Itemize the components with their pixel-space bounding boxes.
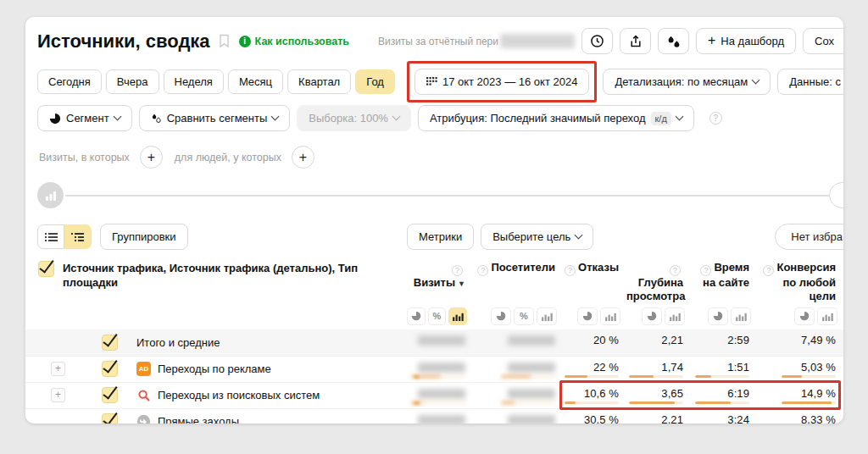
bar-toggle-button[interactable]: [731, 307, 751, 325]
value-cell: 5,03 %: [757, 357, 843, 382]
how-to-use-link[interactable]: i Как использовать: [239, 36, 349, 47]
data-mode-dropdown[interactable]: Данные: с роботами: [777, 69, 843, 95]
bar-toggle-button[interactable]: [817, 307, 837, 325]
table-row: +Переходы из поисковых систем10,6 %3,656…: [25, 382, 843, 408]
redacted-value: [418, 363, 465, 373]
segments-button[interactable]: [658, 28, 689, 54]
metric-value: 6:19: [727, 387, 749, 400]
help-icon[interactable]: ?: [709, 112, 722, 125]
groupings-button[interactable]: Группировки: [100, 224, 188, 250]
metric-value: 22 %: [593, 361, 619, 374]
column-toggles-6: [757, 303, 843, 329]
pie-toggle-button[interactable]: [642, 307, 662, 325]
period-tab-сегодня[interactable]: Сегодня: [37, 69, 102, 94]
period-tab-вчера[interactable]: Вчера: [106, 69, 159, 94]
pct-toggle-button[interactable]: %: [514, 307, 534, 325]
dimension-header: Источник трафика, Источник трафика (дета…: [25, 256, 407, 303]
column-toggles-2: %: [473, 303, 563, 329]
metric-value: 2,21: [661, 413, 683, 424]
no-favorites-button[interactable]: Нет избра: [775, 224, 843, 250]
chart-strip: По: [37, 182, 843, 208]
column-toggles-1: %: [407, 303, 473, 329]
column-header-4[interactable]: ?Глубина просмотра: [626, 256, 691, 303]
list-view-button[interactable]: [37, 224, 64, 249]
column-header-2[interactable]: ?Посетители: [473, 256, 563, 303]
row-name-cell: +ADПереходы по рекламе: [25, 357, 407, 382]
redacted-value: [508, 363, 555, 373]
add-people-filter-button[interactable]: +: [292, 146, 314, 169]
row-label: Прямые заходы: [158, 415, 239, 424]
metric-bar: [782, 401, 836, 404]
bar-toggle-button[interactable]: [600, 307, 620, 325]
pie-toggle-button[interactable]: [794, 307, 815, 325]
period-tab-год[interactable]: Год: [355, 69, 395, 94]
compare-segments-dropdown[interactable]: Сравнить сегменты: [139, 105, 291, 131]
metric-bar: [565, 401, 619, 404]
table-row: Прямые заходы30,5 %2,213:248,33 %: [25, 408, 843, 424]
list-icon: [45, 232, 58, 242]
redacted-value: [418, 389, 465, 399]
metrics-button[interactable]: Метрики: [407, 224, 474, 250]
pie-toggle-button[interactable]: [491, 307, 511, 325]
metric-bar: [695, 401, 749, 404]
bookmark-icon[interactable]: [218, 34, 231, 48]
bar-toggle-button[interactable]: [448, 307, 467, 325]
value-cell: 14,9 %: [757, 383, 843, 408]
row-checkbox[interactable]: [102, 335, 118, 351]
column-header-3[interactable]: ?Отказы: [563, 256, 626, 303]
detail-dropdown[interactable]: Детализация: по месяцам: [603, 69, 771, 95]
metric-value: 2,21: [661, 334, 683, 346]
segment-dropdown[interactable]: Сегмент: [37, 105, 132, 131]
value-cell: 3:24: [691, 409, 757, 424]
period-tab-неделя[interactable]: Неделя: [164, 69, 224, 94]
redacted-period-value: [500, 34, 575, 48]
export-button[interactable]: [620, 28, 651, 54]
period-tab-квартал[interactable]: Квартал: [287, 69, 351, 94]
info-icon: i: [239, 36, 251, 47]
table-controls: Группировки Метрики Выберите цель Нет из…: [37, 224, 843, 250]
pie-toggle-button[interactable]: [577, 307, 598, 325]
pct-toggle-button[interactable]: %: [428, 307, 447, 325]
select-all-checkbox[interactable]: [38, 261, 54, 277]
history-button[interactable]: [581, 28, 613, 54]
metric-value: 3,65: [661, 387, 683, 400]
calendar-grid-icon: [426, 77, 437, 87]
metric-value: 3:24: [727, 413, 749, 424]
add-visit-filter-button[interactable]: +: [140, 146, 163, 169]
date-range-button[interactable]: 17 окт 2023 — 16 окт 2024: [415, 69, 589, 95]
ad-badge-icon: AD: [136, 362, 151, 376]
chart-more-button[interactable]: По: [829, 182, 843, 208]
pie-toggle-button[interactable]: [708, 307, 728, 325]
export-icon: [629, 35, 643, 48]
bar-toggle-button[interactable]: [537, 307, 557, 325]
value-cell: 2,21: [626, 409, 691, 424]
expand-button[interactable]: +: [51, 388, 65, 402]
pie-toggle-button[interactable]: [407, 307, 426, 325]
column-header-5[interactable]: ?Время на сайте: [691, 256, 757, 303]
save-button[interactable]: Сох: [803, 28, 843, 54]
table-row: Итого и средние20 %2,212:597,49 %: [25, 329, 843, 356]
add-to-dashboard-button[interactable]: + На дашборд: [696, 28, 796, 54]
row-checkbox[interactable]: [102, 413, 118, 424]
column-label: Конверсия по любой цели: [776, 261, 836, 302]
chevron-down-icon: [271, 113, 280, 121]
chart-toggle-button[interactable]: [37, 182, 64, 208]
attribution-dropdown[interactable]: Атрибуция: Последний значимый переход к/…: [418, 105, 694, 131]
choose-goal-dropdown[interactable]: Выберите цель: [481, 224, 593, 250]
value-cell: 6:19: [691, 383, 757, 408]
metric-bar: [411, 401, 465, 404]
column-header-6[interactable]: ?Конверсия по любой цели: [757, 256, 843, 303]
row-checkbox[interactable]: [102, 361, 118, 377]
bar-toggle-button[interactable]: [665, 307, 685, 325]
period-tab-месяц[interactable]: Месяц: [228, 69, 283, 94]
expand-button[interactable]: +: [51, 362, 65, 376]
column-label: Отказы: [578, 261, 619, 274]
value-cell: [407, 329, 473, 356]
tree-view-button[interactable]: [64, 224, 92, 249]
filters-row: Визиты, в которых + для людей, у которых…: [39, 146, 843, 169]
row-checkbox[interactable]: [102, 387, 118, 403]
column-help-icon: ?: [565, 265, 576, 276]
metric-bar: [501, 375, 555, 378]
column-header-1[interactable]: ?Визиты▼: [407, 256, 473, 303]
drops-icon: [151, 113, 162, 125]
